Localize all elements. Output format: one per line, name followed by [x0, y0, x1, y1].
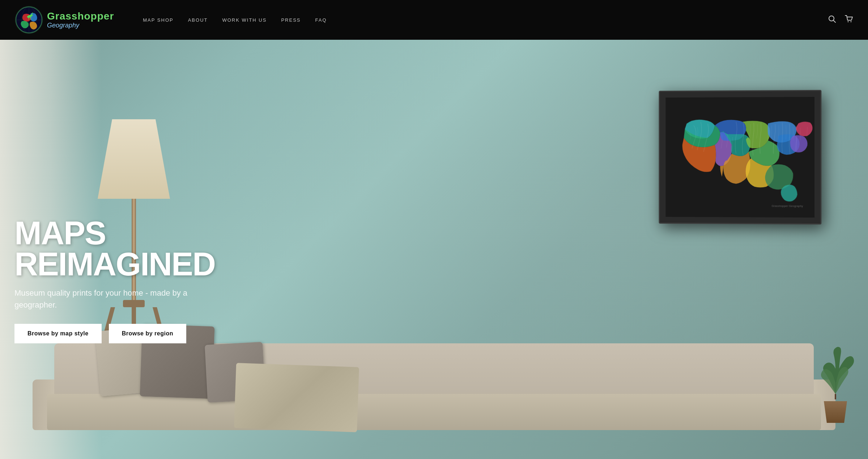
hero-section: Grasshopper Geography MAPS REIMAGINE	[0, 40, 868, 459]
couch-seat	[47, 394, 821, 430]
svg-line-15	[833, 20, 835, 22]
navbar: Grasshopper Geography MAP SHOP ABOUT WOR…	[0, 0, 868, 40]
hero-buttons: Browse by map style Browse by region	[14, 324, 224, 343]
nav-item-map-shop[interactable]: MAP SHOP	[143, 17, 173, 23]
browse-by-style-button[interactable]: Browse by map style	[14, 324, 102, 343]
search-icon[interactable]	[828, 15, 836, 25]
logo-icon	[14, 5, 43, 34]
logo-text: Grasshopper Geography	[47, 11, 114, 29]
navbar-right	[828, 15, 854, 25]
hero-title-line2: REIMAGINED	[14, 246, 215, 282]
map-artwork-svg: Grasshopper Geography	[665, 97, 814, 218]
hero-content: MAPS REIMAGINED Museum quality prints fo…	[14, 218, 224, 343]
browse-by-region-button[interactable]: Browse by region	[109, 324, 186, 343]
plant-leaves	[814, 329, 857, 401]
map-artwork-frame: Grasshopper Geography	[659, 90, 822, 224]
hero-subtitle: Museum quality prints for your home - ma…	[14, 287, 224, 311]
cart-icon[interactable]	[845, 15, 854, 25]
hero-title: MAPS REIMAGINED	[14, 218, 224, 280]
plant	[814, 329, 857, 423]
logo-grasshopper: Grasshopper	[47, 11, 114, 22]
nav-item-work-with-us[interactable]: WORK WITH US	[222, 17, 267, 23]
nav-item-faq[interactable]: FAQ	[315, 17, 327, 23]
logo-geography: Geography	[47, 22, 114, 29]
nav-item-about[interactable]: ABOUT	[188, 17, 208, 23]
plant-pot	[821, 401, 850, 423]
logo-link[interactable]: Grasshopper Geography	[14, 5, 114, 34]
main-nav: MAP SHOP ABOUT WORK WITH US PRESS FAQ	[143, 17, 327, 23]
nav-item-press[interactable]: PRESS	[281, 17, 301, 23]
blanket	[234, 363, 359, 432]
svg-point-16	[848, 21, 849, 22]
map-artwork-inner: Grasshopper Geography	[665, 97, 814, 218]
svg-point-17	[851, 21, 852, 22]
plant-svg	[814, 329, 857, 401]
svg-text:Grasshopper Geography: Grasshopper Geography	[771, 205, 803, 208]
lamp-shade	[98, 119, 170, 199]
